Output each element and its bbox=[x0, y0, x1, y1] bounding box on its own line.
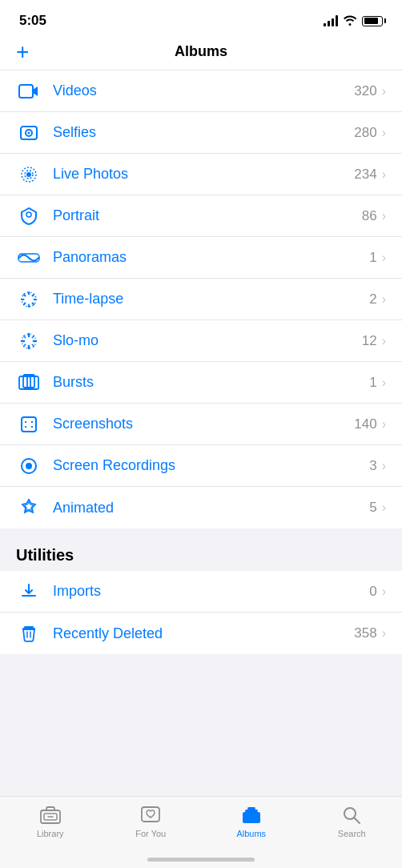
animated-icon bbox=[16, 495, 42, 520]
svg-line-45 bbox=[355, 818, 360, 824]
portrait-icon bbox=[16, 203, 42, 229]
item-count: 140 bbox=[354, 416, 376, 432]
list-item[interactable]: Live Photos 234 › bbox=[0, 154, 402, 195]
chevron-icon: › bbox=[382, 626, 386, 641]
battery-icon bbox=[362, 16, 383, 26]
list-item[interactable]: Animated 5 › bbox=[0, 487, 402, 528]
svg-line-14 bbox=[24, 294, 26, 295]
item-count: 3 bbox=[369, 458, 376, 474]
list-item[interactable]: Time-lapse 2 › bbox=[0, 279, 402, 320]
tab-for-you[interactable]: For You bbox=[101, 805, 202, 838]
item-label: Imports bbox=[53, 583, 369, 600]
item-label: Screen Recordings bbox=[53, 457, 369, 474]
list-item[interactable]: Selfies 280 › bbox=[0, 112, 402, 154]
svg-line-24 bbox=[32, 344, 34, 346]
svg-rect-42 bbox=[245, 810, 258, 812]
library-tab-icon bbox=[40, 805, 61, 826]
svg-rect-34 bbox=[24, 626, 34, 628]
item-count: 358 bbox=[354, 625, 376, 641]
list-item[interactable]: Imports 0 › bbox=[0, 571, 402, 613]
svg-line-16 bbox=[33, 294, 34, 295]
chevron-icon: › bbox=[382, 209, 386, 223]
list-item[interactable]: Slo-mo 12 › bbox=[0, 320, 402, 362]
list-item[interactable]: Screenshots 140 › bbox=[0, 404, 402, 445]
list-item[interactable]: Videos 320 › bbox=[0, 70, 402, 112]
page-title: Albums bbox=[175, 43, 227, 60]
slo-mo-icon bbox=[16, 328, 42, 354]
item-count: 86 bbox=[362, 208, 377, 224]
chevron-icon: › bbox=[382, 84, 386, 98]
svg-rect-0 bbox=[19, 85, 33, 98]
item-label: Live Photos bbox=[53, 166, 354, 183]
item-label: Portrait bbox=[53, 207, 362, 224]
chevron-icon: › bbox=[382, 376, 386, 390]
signal-icon bbox=[324, 15, 338, 26]
screenshots-icon bbox=[16, 412, 42, 437]
time-lapse-icon bbox=[16, 287, 42, 312]
wifi-icon bbox=[343, 14, 357, 28]
list-item[interactable]: Recently Deleted 358 › bbox=[0, 613, 402, 654]
item-label: Animated bbox=[53, 500, 369, 516]
imports-icon bbox=[16, 579, 42, 605]
item-count: 5 bbox=[369, 500, 376, 516]
chevron-icon: › bbox=[382, 585, 386, 599]
tab-library-label: Library bbox=[37, 829, 64, 838]
item-label: Time-lapse bbox=[53, 291, 369, 307]
svg-line-25 bbox=[32, 336, 34, 337]
screen-recordings-icon bbox=[16, 453, 42, 479]
item-count: 320 bbox=[354, 83, 376, 99]
item-count: 0 bbox=[369, 584, 376, 600]
svg-line-26 bbox=[24, 344, 26, 346]
chevron-icon: › bbox=[382, 167, 386, 182]
svg-point-7 bbox=[26, 212, 31, 217]
item-label: Panoramas bbox=[53, 249, 369, 266]
item-count: 234 bbox=[354, 167, 376, 183]
add-button[interactable]: + bbox=[16, 41, 29, 63]
chevron-icon: › bbox=[382, 500, 386, 515]
item-count: 12 bbox=[362, 333, 377, 349]
albums-list: Videos 320 › Selfies 280 › Live Photos 2… bbox=[0, 70, 402, 528]
item-count: 1 bbox=[369, 375, 376, 391]
tab-for-you-label: For You bbox=[135, 829, 166, 838]
item-label: Selfies bbox=[53, 124, 354, 141]
svg-line-23 bbox=[24, 336, 26, 337]
list-item[interactable]: Portrait 86 › bbox=[0, 195, 402, 237]
svg-point-3 bbox=[28, 131, 30, 134]
tab-library[interactable]: Library bbox=[0, 805, 101, 838]
status-icons bbox=[324, 14, 383, 28]
tab-search[interactable]: Search bbox=[302, 805, 403, 838]
chevron-icon: › bbox=[382, 417, 386, 432]
chevron-icon: › bbox=[382, 334, 386, 348]
search-tab-icon bbox=[341, 805, 362, 826]
chevron-icon: › bbox=[382, 459, 386, 473]
tab-albums[interactable]: Albums bbox=[201, 805, 302, 838]
chevron-icon: › bbox=[382, 126, 386, 140]
utilities-header: Utilities bbox=[0, 528, 402, 571]
svg-rect-41 bbox=[243, 812, 260, 823]
svg-rect-33 bbox=[22, 595, 36, 597]
status-time: 5:05 bbox=[19, 13, 46, 29]
chevron-icon: › bbox=[382, 251, 386, 265]
home-indicator bbox=[147, 858, 255, 862]
utilities-list: Imports 0 › Recently Deleted 358 › bbox=[0, 571, 402, 654]
list-item[interactable]: Screen Recordings 3 › bbox=[0, 445, 402, 487]
svg-rect-30 bbox=[22, 417, 36, 432]
item-label: Bursts bbox=[53, 374, 369, 391]
tab-search-label: Search bbox=[338, 829, 366, 838]
tab-albums-label: Albums bbox=[236, 829, 266, 838]
selfies-icon bbox=[16, 120, 42, 146]
live-photos-icon bbox=[16, 162, 42, 187]
albums-tab-icon bbox=[241, 805, 262, 826]
video-icon bbox=[16, 78, 42, 104]
bursts-icon bbox=[16, 370, 42, 396]
svg-line-15 bbox=[33, 303, 34, 304]
list-item[interactable]: Bursts 1 › bbox=[0, 362, 402, 404]
svg-point-4 bbox=[26, 172, 31, 177]
item-count: 280 bbox=[354, 125, 376, 141]
recently-deleted-icon bbox=[16, 621, 42, 646]
item-count: 1 bbox=[369, 250, 376, 266]
item-label: Recently Deleted bbox=[53, 625, 354, 642]
list-item[interactable]: Panoramas 1 › bbox=[0, 237, 402, 279]
svg-line-17 bbox=[24, 303, 26, 304]
for-you-tab-icon bbox=[140, 805, 161, 826]
